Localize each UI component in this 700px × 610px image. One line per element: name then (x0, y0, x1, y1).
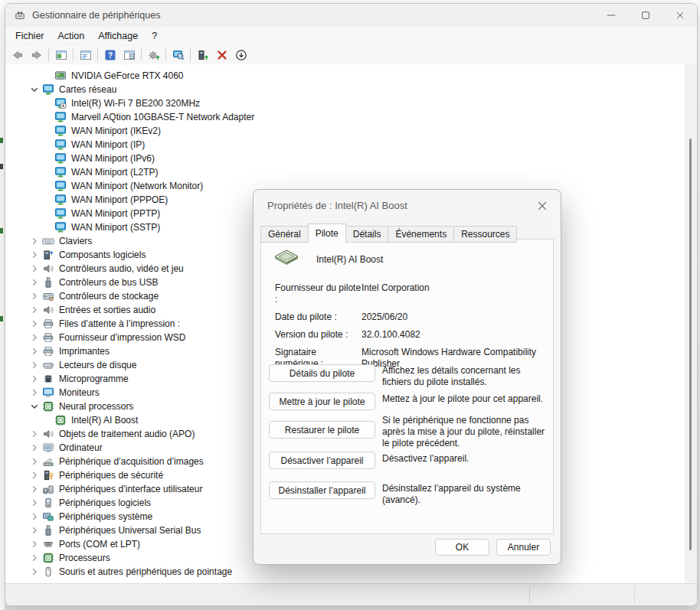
chevron-right-icon[interactable] (27, 387, 42, 399)
audio-icon (42, 304, 54, 316)
driver-field-row: Date du pilote :2025/06/20 (275, 312, 547, 323)
titlebar[interactable]: Gestionnaire de périphériques (5, 4, 697, 27)
menu-help[interactable]: ? (145, 29, 164, 43)
printer-icon (42, 331, 54, 344)
chevron-right-icon[interactable] (27, 428, 42, 440)
tree-item-label: NVIDIA GeForce RTX 4060 (70, 70, 185, 81)
network-adapter-icon (54, 111, 67, 123)
tree-item[interactable]: WAN Miniport (IPv6) (5, 152, 685, 165)
chevron-right-icon[interactable] (27, 345, 42, 357)
maximize-button[interactable] (628, 4, 662, 27)
update-device-button[interactable] (193, 47, 212, 64)
background-text-fragment (0, 138, 3, 143)
tree-item[interactable]: NVIDIA GeForce RTX 4060 (5, 69, 685, 83)
network-adapter-icon (54, 207, 67, 220)
menu-fichier[interactable]: Fichier (8, 29, 51, 43)
printer-icon (42, 345, 54, 357)
tree-item[interactable]: Marvell AQtion 10GBASE-T Network Adapter (5, 110, 685, 124)
vertical-scrollbar[interactable] (685, 64, 697, 584)
tree-item-label: Périphérique d’acquisition d’images (57, 456, 205, 467)
help-button[interactable]: ? (100, 47, 119, 64)
forward-button[interactable] (27, 47, 46, 64)
properties-dialog: Propriétés de : Intel(R) AI Boost Généra… (253, 189, 561, 565)
statusbar (5, 583, 697, 605)
back-button[interactable] (8, 47, 27, 64)
chevron-right-icon[interactable] (27, 483, 42, 495)
network-adapter-disabled-icon (54, 97, 67, 109)
tab-evenements[interactable]: Événements (388, 226, 454, 243)
tree-item[interactable]: WAN Miniport (IKEv2) (5, 124, 685, 138)
cancel-button[interactable]: Annuler (496, 539, 551, 556)
toolbar-separator (73, 48, 74, 61)
chevron-right-icon[interactable] (27, 497, 42, 509)
action-pane-button[interactable] (119, 47, 139, 64)
tree-item[interactable]: Intel(R) Wi-Fi 7 BE200 320MHz (5, 96, 685, 110)
roll-back-driver-button[interactable]: Restaurer le pilote (269, 421, 375, 439)
chevron-right-icon[interactable] (27, 276, 42, 289)
console-tree-button[interactable] (51, 47, 70, 64)
scrollbar-thumb[interactable] (689, 139, 692, 550)
system-device-icon (42, 511, 54, 523)
chevron-right-icon[interactable] (27, 455, 42, 468)
update-gear-icon (148, 49, 160, 61)
dialog-close-icon[interactable] (534, 197, 551, 214)
uninstall-device-button[interactable]: Désinstaller l’appareil (269, 481, 375, 499)
uninstall-device-button[interactable] (212, 47, 231, 64)
close-button[interactable] (662, 4, 697, 27)
chevron-right-icon[interactable] (27, 373, 42, 385)
action-pane-icon (123, 49, 136, 61)
chevron-right-icon[interactable] (27, 359, 42, 371)
security-icon (42, 469, 54, 481)
chevron-right-icon[interactable] (27, 552, 42, 564)
tree-item[interactable]: WAN Miniport (L2TP) (5, 165, 685, 179)
field-value: 32.0.100.4082 (361, 329, 547, 341)
tree-item-label: Périphériques de sécurité (57, 470, 165, 481)
chevron-down-icon[interactable] (27, 400, 42, 413)
tree-item-label: Objets de traitement audio (APO) (57, 429, 196, 439)
update-driver-button[interactable]: Mettre à jour le pilote (269, 393, 375, 410)
menu-action[interactable]: Action (51, 29, 92, 43)
update-driver-button[interactable] (144, 47, 163, 64)
software-component-icon (42, 249, 54, 261)
tab-general[interactable]: Général (260, 226, 309, 243)
chevron-right-icon[interactable] (27, 331, 42, 344)
tree-item[interactable]: WAN Miniport (IP) (5, 138, 685, 152)
chevron-right-icon[interactable] (27, 263, 42, 275)
menu-affichage[interactable]: Affichage (91, 29, 145, 43)
tree-item-label: Composants logiciels (57, 250, 147, 260)
statusbar-separator (634, 586, 635, 603)
disable-device-button[interactable]: Désactiver l’appareil (269, 452, 375, 469)
tab-details[interactable]: Détails (345, 226, 389, 243)
field-label: Date du pilote : (275, 312, 361, 323)
chevron-right-icon[interactable] (27, 290, 42, 302)
tab-pilote[interactable]: Pilote (308, 223, 346, 243)
toolbar-separator (141, 48, 142, 61)
tree-item-label: WAN Miniport (Network Monitor) (70, 181, 204, 191)
chevron-down-icon[interactable] (27, 83, 42, 96)
ok-button[interactable]: OK (435, 539, 489, 556)
tree-item[interactable]: Souris et autres périphériques de pointa… (5, 565, 685, 579)
chevron-right-icon[interactable] (27, 235, 42, 247)
chevron-right-icon[interactable] (27, 304, 42, 316)
chevron-right-icon[interactable] (27, 511, 42, 523)
help-icon: ? (104, 49, 116, 61)
tree-item-label: Neural processors (57, 401, 135, 412)
tab-ressources[interactable]: Ressources (453, 226, 517, 243)
driver-details-button[interactable]: Détails du pilote (269, 364, 375, 382)
chevron-right-icon[interactable] (27, 249, 42, 261)
usb-icon (42, 276, 54, 289)
chevron-right-icon[interactable] (27, 538, 42, 550)
tree-item[interactable]: Cartes réseau (5, 83, 685, 96)
chevron-right-icon[interactable] (27, 442, 42, 454)
chevron-right-icon[interactable] (27, 566, 42, 578)
tree-item-label: Contrôleurs audio, vidéo et jeu (57, 263, 185, 274)
scan-hardware-changes-button[interactable] (168, 47, 188, 64)
properties-button[interactable] (76, 47, 95, 64)
chevron-right-icon[interactable] (27, 469, 42, 481)
minimize-button[interactable] (594, 4, 628, 27)
disable-device-button[interactable] (231, 47, 250, 64)
ports-icon (42, 538, 54, 550)
chevron-right-icon[interactable] (27, 318, 42, 330)
chevron-right-icon[interactable] (27, 524, 42, 537)
tree-item-label: WAN Miniport (L2TP) (70, 167, 160, 178)
